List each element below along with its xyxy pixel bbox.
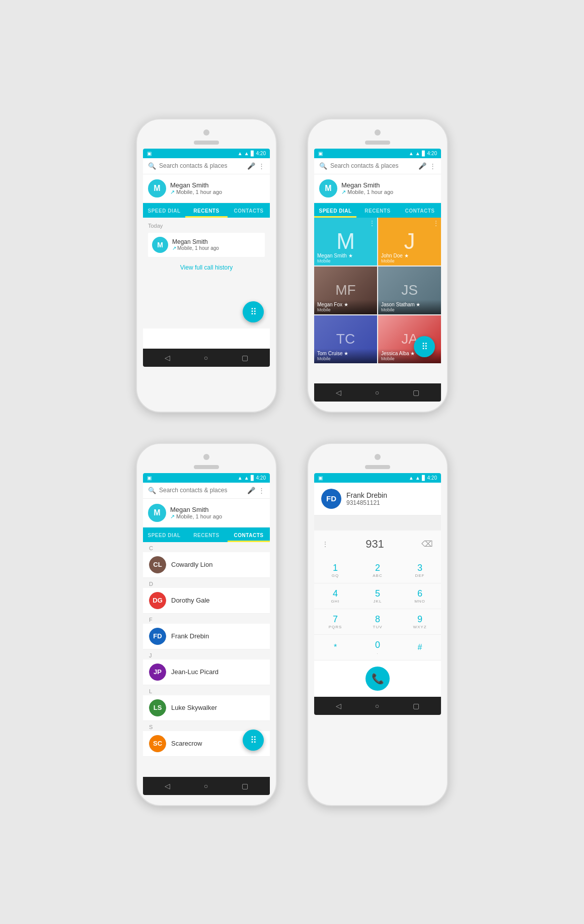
photo-name: Jason Statham ★ [381, 302, 438, 307]
photo-name: Tom Cruise ★ [317, 351, 374, 356]
tab-recents[interactable]: RECENTS [185, 203, 228, 218]
screen-icon: ▣ [318, 151, 323, 156]
tab-recents[interactable]: RECENTS [185, 527, 228, 542]
tab-speed-dial[interactable]: SPEED DIAL [143, 203, 185, 218]
signal-icon: ▲ [244, 151, 249, 156]
contact-name: Jean-Luc Picard [171, 668, 218, 676]
key-9[interactable]: 9 WXYZ [399, 609, 441, 635]
avatar: M [148, 504, 166, 522]
back-button[interactable]: ◁ [336, 702, 341, 710]
recent-call-banner[interactable]: M Megan Smith ↗ Mobile, 1 hour ago [143, 174, 270, 203]
nav-bar-4: ◁ ○ ▢ [314, 697, 441, 715]
key-7[interactable]: 7 PQRS [314, 609, 356, 635]
call-row[interactable]: M Megan Smith ↗ Mobile, 1 hour ago [148, 233, 265, 257]
search-bar-3: 🔍 🎤 ⋮ [143, 483, 270, 499]
home-button[interactable]: ○ [375, 702, 379, 710]
key-8[interactable]: 8 TUV [356, 609, 399, 635]
recents-button[interactable]: ▢ [242, 782, 248, 790]
mic-icon[interactable]: 🎤 [418, 162, 426, 170]
home-button[interactable]: ○ [375, 388, 379, 397]
search-input-3[interactable] [159, 487, 244, 494]
view-history-link[interactable]: View full call history [148, 259, 265, 276]
contact-avatar: LS [149, 699, 166, 716]
back-button[interactable]: ◁ [165, 782, 170, 790]
more-options-icon[interactable]: ⋮ [258, 162, 265, 170]
speed-dial-megan[interactable]: M ⋮ Megan Smith ★ Mobile [314, 218, 377, 266]
photo-sub: Mobile [381, 307, 438, 312]
phone-camera [375, 129, 381, 136]
dialer-menu-icon[interactable]: ⋮ [322, 541, 328, 548]
recents-button[interactable]: ▢ [413, 702, 419, 710]
speed-dial-meganfox[interactable]: MF Megan Fox ★ Mobile [314, 267, 377, 314]
key-6[interactable]: 6 MNO [399, 583, 441, 609]
wifi-icon: ▲ [238, 151, 243, 156]
phone-contacts: ▣ ▲ ▲ ▊ 4:20 🔍 🎤 ⋮ M Megan Smith [136, 443, 277, 806]
key-num: 8 [375, 614, 380, 625]
battery-icon: ▊ [251, 475, 255, 481]
recents-button[interactable]: ▢ [413, 388, 419, 397]
back-button[interactable]: ◁ [165, 354, 170, 362]
more-icon[interactable]: ⋮ [433, 220, 439, 227]
mic-icon[interactable]: 🎤 [247, 487, 255, 494]
key-letters: GQ [332, 573, 339, 578]
key-hash[interactable]: # [399, 635, 441, 661]
home-button[interactable]: ○ [204, 782, 208, 790]
dialpad-fab[interactable]: ⠿ [243, 301, 264, 322]
speed-dial-john[interactable]: J ⋮ John Doe ★ Mobile [378, 218, 441, 266]
tab-recents[interactable]: RECENTS [356, 203, 399, 218]
contact-name: Cowardly Lion [171, 561, 212, 568]
more-options-icon[interactable]: ⋮ [258, 487, 265, 494]
search-input-2[interactable] [330, 162, 415, 169]
search-input-1[interactable] [159, 162, 244, 169]
key-4[interactable]: 4 GHI [314, 583, 356, 609]
outgoing-icon: ↗ [170, 189, 175, 195]
key-star[interactable]: * [314, 635, 356, 661]
key-3[interactable]: 3 DEF [399, 558, 441, 583]
contact-row-cowardly[interactable]: CL Cowardly Lion [143, 552, 270, 578]
dialpad-fab[interactable]: ⠿ [414, 336, 435, 357]
speed-dial-tomcruise[interactable]: TC Tom Cruise ★ Mobile [314, 315, 377, 363]
avatar: M [148, 179, 166, 197]
contact-row-luke[interactable]: LS Luke Skywalker [143, 695, 270, 721]
phone-screen-3: ▣ ▲ ▲ ▊ 4:20 🔍 🎤 ⋮ M Megan Smith [143, 473, 270, 795]
mic-icon[interactable]: 🎤 [247, 162, 255, 170]
key-1[interactable]: 1 GQ [314, 558, 356, 583]
recent-call-banner-2[interactable]: M Megan Smith ↗ Mobile, 1 hour ago [314, 174, 441, 203]
photo-overlay: Megan Fox ★ Mobile [314, 300, 377, 314]
call-button[interactable]: 📞 [366, 667, 390, 691]
more-icon[interactable]: ⋮ [369, 220, 375, 227]
dialer-contact-number: 9314851121 [346, 499, 387, 506]
phone-speeddial: ▣ ▲ ▲ ▊ 4:20 🔍 🎤 ⋮ M Megan Smith [307, 118, 448, 413]
more-options-icon[interactable]: ⋮ [429, 162, 436, 170]
contact-row-frank[interactable]: FD Frank Drebin [143, 624, 270, 649]
speed-dial-sub: Mobile [381, 258, 409, 263]
speed-dial-jason[interactable]: JS Jason Statham ★ Mobile [378, 267, 441, 314]
avatar-photo: JP [149, 664, 166, 681]
backspace-icon[interactable]: ⌫ [421, 539, 433, 549]
tab-speed-dial[interactable]: SPEED DIAL [314, 203, 356, 218]
letter-d: D [143, 578, 270, 588]
tab-speed-dial[interactable]: SPEED DIAL [143, 527, 185, 542]
dialpad-fab[interactable]: ⠿ [243, 730, 264, 751]
battery-icon: ▊ [251, 151, 255, 156]
contact-name: Luke Skywalker [171, 704, 217, 711]
tab-contacts[interactable]: CONTACTS [228, 203, 270, 218]
search-icon: 🔍 [319, 162, 327, 170]
key-2[interactable]: 2 ABC [356, 558, 399, 583]
recent-call-banner-3[interactable]: M Megan Smith ↗ Mobile, 1 hour ago [143, 499, 270, 527]
tab-contacts[interactable]: CONTACTS [399, 203, 441, 218]
photo-overlay: Tom Cruise ★ Mobile [314, 349, 377, 363]
back-button[interactable]: ◁ [336, 388, 341, 397]
contact-row-dorothy[interactable]: DG Dorothy Gale [143, 588, 270, 614]
key-5[interactable]: 5 JKL [356, 583, 399, 609]
tabs-2: SPEED DIAL RECENTS CONTACTS [314, 203, 441, 218]
tab-contacts[interactable]: CONTACTS [228, 527, 270, 542]
status-bar-4: ▣ ▲ ▲ ▊ 4:20 [314, 473, 441, 483]
recents-button[interactable]: ▢ [242, 354, 248, 362]
key-0[interactable]: 0 . [356, 635, 399, 661]
search-icon: 🔍 [148, 162, 156, 170]
contact-row-jean[interactable]: JP Jean-Luc Picard [143, 659, 270, 685]
contact-name: Frank Drebin [171, 632, 209, 640]
call-info: Megan Smith ↗ Mobile, 1 hour ago [170, 181, 265, 195]
home-button[interactable]: ○ [204, 354, 208, 362]
